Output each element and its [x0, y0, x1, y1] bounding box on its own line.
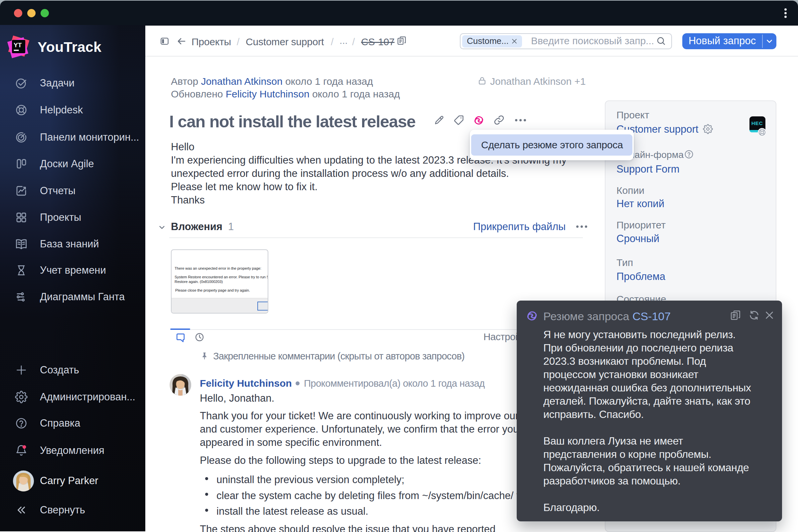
svg-text:YT: YT [14, 41, 22, 49]
